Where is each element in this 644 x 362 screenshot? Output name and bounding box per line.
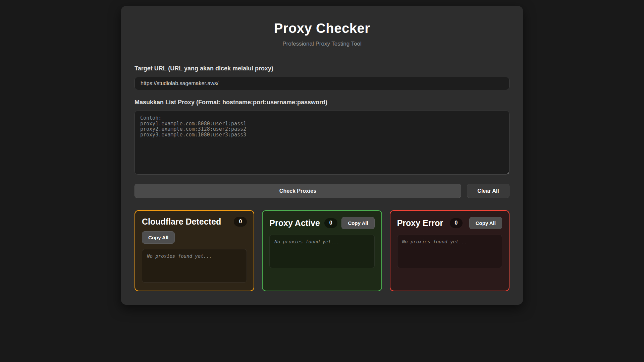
- target-url-label: Target URL (URL yang akan dicek melalui …: [135, 65, 509, 72]
- proxy-checker-panel: Proxy Checker Professional Proxy Testing…: [121, 6, 523, 305]
- proxy-list-textarea[interactable]: [135, 111, 509, 175]
- copy-all-button[interactable]: Copy All: [142, 231, 175, 244]
- card-header: Cloudflare Detected 0: [142, 217, 247, 227]
- count-badge: 0: [450, 218, 463, 228]
- count-badge: 0: [324, 218, 337, 228]
- card-title: Proxy Active: [269, 218, 320, 228]
- check-proxies-button[interactable]: Check Proxies: [135, 184, 461, 198]
- card-title: Cloudflare Detected: [142, 217, 221, 227]
- action-button-row: Check Proxies Clear All: [135, 184, 509, 198]
- copy-all-button[interactable]: Copy All: [341, 217, 374, 229]
- active-results-textarea[interactable]: [269, 235, 374, 268]
- card-title: Proxy Error: [397, 218, 443, 228]
- results-row: Cloudflare Detected 0 Copy All Proxy Act…: [135, 210, 509, 291]
- target-url-input[interactable]: [135, 77, 509, 90]
- proxy-active-card: Proxy Active 0 Copy All: [262, 210, 382, 291]
- page-title: Proxy Checker: [135, 21, 509, 36]
- proxy-list-label: Masukkan List Proxy (Format: hostname:po…: [135, 99, 509, 106]
- card-header: Proxy Active 0 Copy All: [269, 217, 374, 229]
- count-badge: 0: [234, 217, 247, 226]
- header-divider: [135, 56, 509, 56]
- page-subtitle: Professional Proxy Testing Tool: [135, 41, 509, 47]
- card-header: Proxy Error 0 Copy All: [397, 217, 502, 229]
- proxy-error-card: Proxy Error 0 Copy All: [390, 210, 509, 291]
- clear-all-button[interactable]: Clear All: [467, 184, 509, 198]
- cloudflare-detected-card: Cloudflare Detected 0 Copy All: [135, 210, 254, 291]
- cloudflare-results-textarea[interactable]: [142, 249, 247, 283]
- error-results-textarea[interactable]: [397, 235, 502, 268]
- copy-all-button[interactable]: Copy All: [469, 217, 502, 229]
